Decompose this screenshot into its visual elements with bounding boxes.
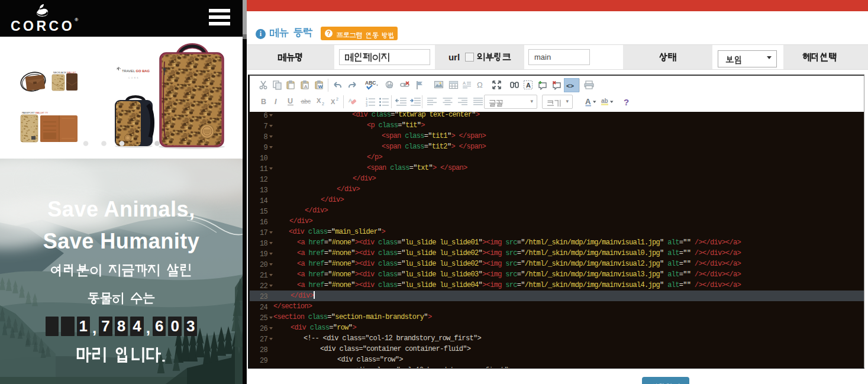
svg-text:NECKLACE WALLET: NECKLACE WALLET xyxy=(53,71,76,74)
svg-text:A: A xyxy=(304,84,308,89)
svg-text:PASSPORT WALLET 7Y: PASSPORT WALLET 7Y xyxy=(22,111,49,114)
svg-text:TRAVEL GO BAG: TRAVEL GO BAG xyxy=(122,69,150,73)
svg-text:ABC: ABC xyxy=(365,80,376,86)
svg-text:2: 2 xyxy=(322,102,324,106)
svg-text:<>: <> xyxy=(566,82,574,89)
svg-text:X: X xyxy=(331,98,335,105)
svg-text:B: B xyxy=(261,98,266,106)
svg-text:W: W xyxy=(318,84,323,89)
svg-text:Ω: Ω xyxy=(477,80,483,89)
svg-text:3: 3 xyxy=(366,104,367,107)
svg-text:2: 2 xyxy=(336,97,338,101)
svg-text:A: A xyxy=(463,80,466,86)
svg-text:U: U xyxy=(288,97,293,105)
svg-text:A: A xyxy=(526,82,531,89)
svg-text:A: A xyxy=(585,97,591,106)
svg-text:C O R K: C O R K xyxy=(128,77,139,79)
svg-text:ab: ab xyxy=(601,98,608,104)
svg-text:I: I xyxy=(275,98,277,106)
svg-text:X: X xyxy=(317,97,321,104)
svg-text:?: ? xyxy=(624,97,629,107)
